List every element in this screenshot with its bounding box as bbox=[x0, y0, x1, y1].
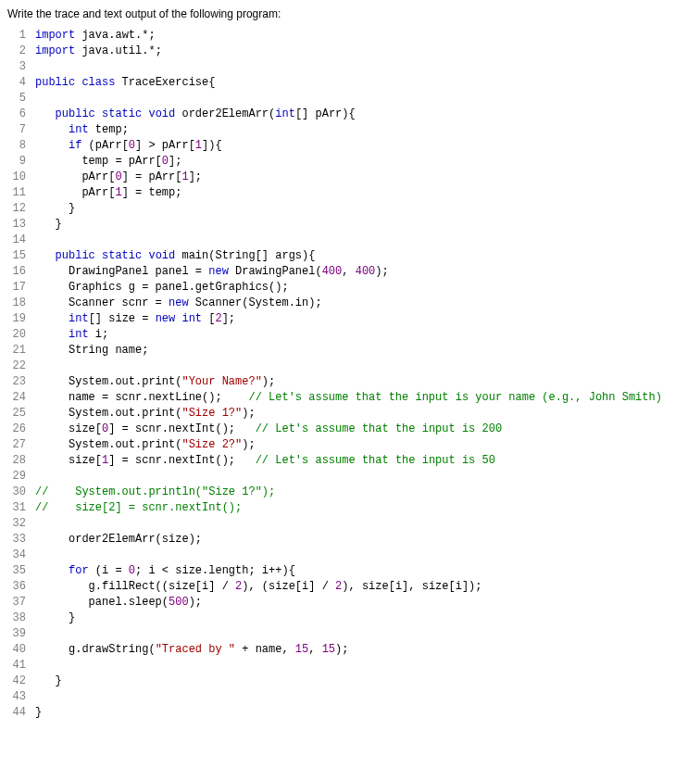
code-line: // System.out.println("Size 1?"); bbox=[35, 485, 693, 500]
code-line: // size[2] = scnr.nextInt(); bbox=[35, 500, 693, 516]
line-number: 12 bbox=[7, 201, 35, 217]
code-block: 1import java.awt.*;2import java.util.*;3… bbox=[7, 28, 693, 721]
code-row: 31// size[2] = scnr.nextInt(); bbox=[7, 500, 693, 516]
code-line: g.drawString("Traced by " + name, 15, 15… bbox=[35, 642, 693, 658]
code-line: for (i = 0; i < size.length; i++){ bbox=[35, 563, 693, 579]
code-line bbox=[35, 359, 693, 374]
code-line: import java.util.*; bbox=[35, 44, 693, 59]
line-number: 44 bbox=[7, 705, 35, 721]
code-line: System.out.print("Your Name?"); bbox=[35, 374, 693, 390]
code-row: 41 bbox=[7, 658, 693, 674]
code-row: 32 bbox=[7, 516, 693, 532]
line-number: 34 bbox=[7, 548, 35, 563]
code-line bbox=[35, 516, 693, 532]
line-number: 14 bbox=[7, 233, 35, 248]
code-line: int i; bbox=[35, 327, 693, 343]
code-row: 10 pArr[0] = pArr[1]; bbox=[7, 170, 693, 185]
code-row: 12 } bbox=[7, 201, 693, 217]
code-line: int temp; bbox=[35, 122, 693, 138]
code-line: int[] size = new int [2]; bbox=[35, 311, 693, 327]
code-line: g.fillRect((size[i] / 2), (size[i] / 2),… bbox=[35, 579, 693, 595]
code-row: 8 if (pArr[0] > pArr[1]){ bbox=[7, 138, 693, 154]
code-row: 4public class TraceExercise{ bbox=[7, 75, 693, 91]
code-row: 25 System.out.print("Size 1?"); bbox=[7, 406, 693, 422]
code-line: DrawingPanel panel = new DrawingPanel(40… bbox=[35, 264, 693, 280]
code-row: 44} bbox=[7, 705, 693, 721]
code-row: 19 int[] size = new int [2]; bbox=[7, 311, 693, 327]
code-row: 29 bbox=[7, 469, 693, 485]
line-number: 31 bbox=[7, 500, 35, 516]
code-line: System.out.print("Size 1?"); bbox=[35, 406, 693, 422]
line-number: 20 bbox=[7, 327, 35, 343]
code-line: public static void main(String[] args){ bbox=[35, 248, 693, 264]
code-row: 34 bbox=[7, 548, 693, 563]
line-number: 40 bbox=[7, 642, 35, 658]
code-line: String name; bbox=[35, 343, 693, 359]
code-row: 14 bbox=[7, 233, 693, 248]
line-number: 36 bbox=[7, 579, 35, 595]
code-line bbox=[35, 689, 693, 705]
line-number: 1 bbox=[7, 28, 35, 44]
code-line: System.out.print("Size 2?"); bbox=[35, 437, 693, 453]
code-row: 35 for (i = 0; i < size.length; i++){ bbox=[7, 563, 693, 579]
line-number: 2 bbox=[7, 44, 35, 59]
code-row: 30// System.out.println("Size 1?"); bbox=[7, 485, 693, 500]
line-number: 13 bbox=[7, 217, 35, 233]
code-line: } bbox=[35, 674, 693, 689]
line-number: 19 bbox=[7, 311, 35, 327]
code-line bbox=[35, 233, 693, 248]
line-number: 30 bbox=[7, 485, 35, 500]
line-number: 27 bbox=[7, 437, 35, 453]
code-row: 17 Graphics g = panel.getGraphics(); bbox=[7, 280, 693, 296]
line-number: 4 bbox=[7, 75, 35, 91]
code-line: public class TraceExercise{ bbox=[35, 75, 693, 91]
code-row: 23 System.out.print("Your Name?"); bbox=[7, 374, 693, 390]
line-number: 17 bbox=[7, 280, 35, 296]
code-row: 5 bbox=[7, 91, 693, 107]
line-number: 23 bbox=[7, 374, 35, 390]
line-number: 9 bbox=[7, 154, 35, 170]
code-line bbox=[35, 91, 693, 107]
line-number: 32 bbox=[7, 516, 35, 532]
code-line bbox=[35, 469, 693, 485]
code-line: size[0] = scnr.nextInt(); // Let's assum… bbox=[35, 422, 693, 437]
line-number: 29 bbox=[7, 469, 35, 485]
code-row: 9 temp = pArr[0]; bbox=[7, 154, 693, 170]
code-row: 43 bbox=[7, 689, 693, 705]
line-number: 16 bbox=[7, 264, 35, 280]
line-number: 18 bbox=[7, 296, 35, 311]
line-number: 35 bbox=[7, 563, 35, 579]
line-number: 26 bbox=[7, 422, 35, 437]
line-number: 33 bbox=[7, 532, 35, 548]
code-line: import java.awt.*; bbox=[35, 28, 693, 44]
code-line: } bbox=[35, 705, 693, 721]
code-line: public static void order2ElemArr(int[] p… bbox=[35, 107, 693, 122]
line-number: 25 bbox=[7, 406, 35, 422]
line-number: 42 bbox=[7, 674, 35, 689]
code-row: 20 int i; bbox=[7, 327, 693, 343]
code-row: 26 size[0] = scnr.nextInt(); // Let's as… bbox=[7, 422, 693, 437]
code-line: Graphics g = panel.getGraphics(); bbox=[35, 280, 693, 296]
code-line: order2ElemArr(size); bbox=[35, 532, 693, 548]
code-row: 39 bbox=[7, 626, 693, 642]
code-line bbox=[35, 658, 693, 674]
line-number: 15 bbox=[7, 248, 35, 264]
code-row: 11 pArr[1] = temp; bbox=[7, 185, 693, 201]
line-number: 43 bbox=[7, 689, 35, 705]
line-number: 39 bbox=[7, 626, 35, 642]
line-number: 3 bbox=[7, 59, 35, 75]
line-number: 6 bbox=[7, 107, 35, 122]
code-row: 6 public static void order2ElemArr(int[]… bbox=[7, 107, 693, 122]
line-number: 8 bbox=[7, 138, 35, 154]
line-number: 41 bbox=[7, 658, 35, 674]
code-row: 24 name = scnr.nextLine(); // Let's assu… bbox=[7, 390, 693, 406]
code-row: 13 } bbox=[7, 217, 693, 233]
code-line: } bbox=[35, 217, 693, 233]
line-number: 28 bbox=[7, 453, 35, 469]
code-row: 37 panel.sleep(500); bbox=[7, 595, 693, 611]
prompt-text: Write the trace and text output of the f… bbox=[7, 7, 693, 20]
code-line bbox=[35, 626, 693, 642]
line-number: 5 bbox=[7, 91, 35, 107]
code-row: 36 g.fillRect((size[i] / 2), (size[i] / … bbox=[7, 579, 693, 595]
code-row: 33 order2ElemArr(size); bbox=[7, 532, 693, 548]
